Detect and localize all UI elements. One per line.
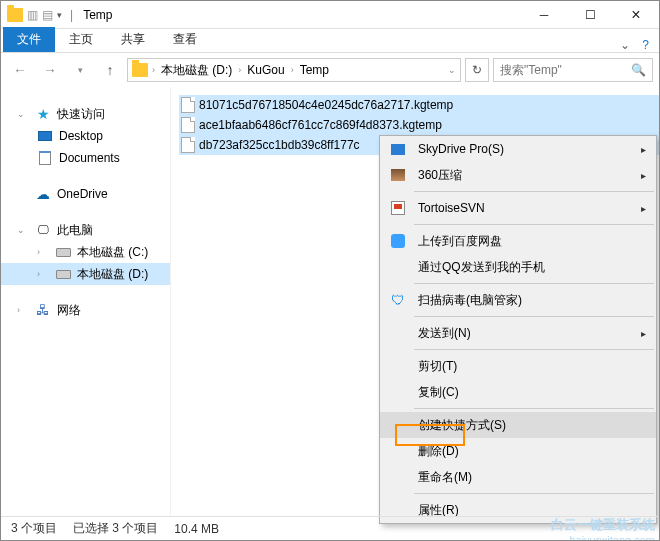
close-button[interactable]: × (613, 1, 659, 29)
menu-separator (414, 493, 654, 494)
breadcrumb-segment[interactable]: Temp (298, 63, 331, 77)
drive-icon (55, 244, 71, 260)
ribbon-collapse-icon[interactable]: ⌄ (620, 38, 630, 52)
menu-skydrive[interactable]: SkyDrive Pro(S)▸ (380, 136, 656, 162)
ribbon: 文件 主页 共享 查看 ⌄ ? (1, 29, 659, 53)
address-bar[interactable]: › 本地磁盘 (D:) › KuGou › Temp ⌄ (127, 58, 461, 82)
file-name: db723af325cc1bdb39c8ff177c (199, 138, 360, 152)
star-icon: ★ (35, 106, 51, 122)
file-icon (181, 97, 195, 113)
menu-create-shortcut[interactable]: 创建快捷方式(S) (380, 412, 656, 438)
nav-this-pc[interactable]: ⌄🖵 此电脑 (1, 219, 170, 241)
menu-separator (414, 191, 654, 192)
breadcrumb-segment[interactable]: KuGou (245, 63, 286, 77)
desktop-icon (37, 128, 53, 144)
context-menu: SkyDrive Pro(S)▸ 360压缩▸ TortoiseSVN▸ 上传到… (379, 135, 657, 524)
menu-baidu-upload[interactable]: 上传到百度网盘 (380, 228, 656, 254)
quick-access-toolbar: ▥ ▤ ▾ | (7, 8, 77, 22)
nav-network[interactable]: ›🖧 网络 (1, 299, 170, 321)
up-button[interactable]: ↑ (97, 57, 123, 83)
ribbon-tab-view[interactable]: 查看 (159, 27, 211, 52)
window-title: Temp (83, 8, 112, 22)
documents-icon (37, 150, 53, 166)
title-bar: ▥ ▤ ▾ | Temp ─ ☐ × (1, 1, 659, 29)
back-button[interactable]: ← (7, 57, 33, 83)
drive-icon (55, 266, 71, 282)
address-toolbar: ← → ▾ ↑ › 本地磁盘 (D:) › KuGou › Temp ⌄ ↻ 搜… (1, 53, 659, 87)
file-row[interactable]: ace1bfaab6486cf761cc7c869f4d8373.kgtemp (179, 115, 659, 135)
menu-tortoisesvn[interactable]: TortoiseSVN▸ (380, 195, 656, 221)
skydrive-icon (390, 141, 406, 157)
navigation-pane: ⌄★ 快速访问 Desktop Documents ☁ OneDrive ⌄🖵 … (1, 87, 171, 517)
status-size: 10.4 MB (174, 522, 219, 536)
nav-drive-c[interactable]: › 本地磁盘 (C:) (1, 241, 170, 263)
nav-quick-access[interactable]: ⌄★ 快速访问 (1, 103, 170, 125)
file-icon (181, 117, 195, 133)
minimize-button[interactable]: ─ (521, 1, 567, 29)
status-item-count: 3 个项目 (11, 520, 57, 537)
cloud-icon: ☁ (35, 186, 51, 202)
menu-send-to[interactable]: 发送到(N)▸ (380, 320, 656, 346)
menu-separator (414, 408, 654, 409)
breadcrumb-segment[interactable]: 本地磁盘 (D:) (159, 62, 234, 79)
zip-icon (390, 167, 406, 183)
file-row[interactable]: 81071c5d76718504c4e0245dc76a2717.kgtemp (179, 95, 659, 115)
file-name: ace1bfaab6486cf761cc7c869f4d8373.kgtemp (199, 118, 442, 132)
menu-separator (414, 283, 654, 284)
baidu-icon (390, 233, 406, 249)
menu-360zip[interactable]: 360压缩▸ (380, 162, 656, 188)
menu-qq-send[interactable]: 通过QQ发送到我的手机 (380, 254, 656, 280)
menu-cut[interactable]: 剪切(T) (380, 353, 656, 379)
refresh-button[interactable]: ↻ (465, 58, 489, 82)
file-name: 81071c5d76718504c4e0245dc76a2717.kgtemp (199, 98, 453, 112)
pc-icon: 🖵 (35, 222, 51, 238)
search-icon: 🔍 (631, 63, 646, 77)
nav-drive-d[interactable]: › 本地磁盘 (D:) (1, 263, 170, 285)
menu-separator (414, 316, 654, 317)
menu-scan-virus[interactable]: 🛡扫描病毒(电脑管家) (380, 287, 656, 313)
file-icon (181, 137, 195, 153)
maximize-button[interactable]: ☐ (567, 1, 613, 29)
ribbon-file[interactable]: 文件 (3, 27, 55, 52)
qat-btn[interactable]: ▤ (42, 8, 53, 22)
status-selected: 已选择 3 个项目 (73, 520, 158, 537)
nav-documents[interactable]: Documents (1, 147, 170, 169)
menu-delete[interactable]: 删除(D) (380, 438, 656, 464)
search-placeholder: 搜索"Temp" (500, 62, 562, 79)
search-box[interactable]: 搜索"Temp" 🔍 (493, 58, 653, 82)
ribbon-tab-share[interactable]: 共享 (107, 27, 159, 52)
network-icon: 🖧 (35, 302, 51, 318)
help-icon[interactable]: ? (642, 38, 649, 52)
menu-separator (414, 349, 654, 350)
history-dropdown[interactable]: ▾ (67, 57, 93, 83)
folder-icon (132, 63, 148, 77)
qat-btn[interactable]: ▥ (27, 8, 38, 22)
forward-button[interactable]: → (37, 57, 63, 83)
menu-rename[interactable]: 重命名(M) (380, 464, 656, 490)
qat-dropdown[interactable]: ▾ (57, 10, 62, 20)
shield-icon: 🛡 (390, 292, 406, 308)
menu-copy[interactable]: 复制(C) (380, 379, 656, 405)
svn-icon (390, 200, 406, 216)
status-bar: 3 个项目 已选择 3 个项目 10.4 MB (1, 516, 659, 540)
nav-desktop[interactable]: Desktop (1, 125, 170, 147)
folder-icon (7, 8, 23, 22)
menu-separator (414, 224, 654, 225)
nav-onedrive[interactable]: ☁ OneDrive (1, 183, 170, 205)
ribbon-tab-home[interactable]: 主页 (55, 27, 107, 52)
